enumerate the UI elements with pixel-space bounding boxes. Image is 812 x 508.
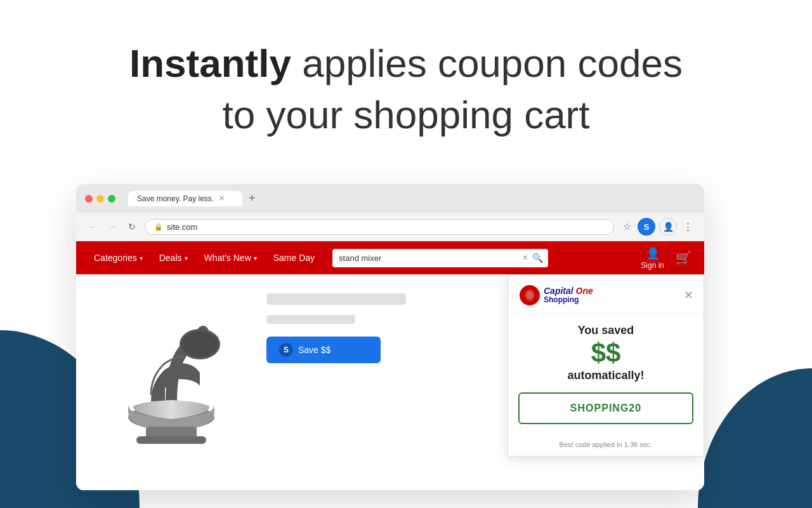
cos-popup-header: Capital One Shopping ✕ (508, 275, 704, 314)
deals-chevron-icon: ▾ (185, 255, 188, 262)
cos-coupon-btn[interactable]: SHOPPING20 (518, 392, 693, 424)
search-bar[interactable]: ✕ 🔍 (332, 249, 548, 267)
product-image-area (89, 287, 254, 465)
nav-same-day[interactable]: Same Day (268, 253, 320, 263)
hero-rest: applies coupon codes (291, 41, 683, 85)
product-subtitle-skeleton (266, 315, 355, 324)
hero-bold: Instantly (129, 41, 291, 85)
nav-categories[interactable]: Categories ▾ (89, 253, 148, 263)
maximize-traffic-light[interactable] (108, 195, 115, 203)
product-details: S Save $$ (266, 287, 406, 363)
sign-in-icon: 👤 (646, 246, 660, 260)
browser-chrome: Save money. Pay less. ✕ + (76, 184, 704, 213)
cos-popup: Capital One Shopping ✕ You saved $$ auto… (508, 274, 704, 457)
user-profile-btn[interactable]: 👤 (659, 218, 677, 236)
hero-headline: Instantly applies coupon codes to your s… (0, 38, 812, 140)
save-dollars-btn[interactable]: S Save $$ (266, 337, 381, 363)
forward-button[interactable]: → (105, 220, 119, 233)
address-bar: ← → ↻ 🔒 site.com ☆ S 👤 ⋮ (76, 213, 704, 241)
back-button[interactable]: ← (85, 220, 99, 233)
hero-line2: to your shopping cart (222, 93, 589, 137)
url-bar[interactable]: 🔒 site.com (145, 219, 614, 235)
save-s-icon: S (279, 343, 293, 357)
nav-categories-label: Categories (94, 253, 137, 263)
nav-same-day-label: Same Day (273, 253, 315, 263)
cart-btn[interactable]: 🛒 (676, 250, 691, 265)
cos-logo-shopping: Shopping (544, 296, 593, 304)
svg-rect-2 (136, 436, 206, 444)
nav-deals[interactable]: Deals ▾ (154, 253, 193, 263)
svg-point-4 (182, 331, 218, 357)
sign-in-label: Sign in (641, 261, 664, 270)
store-content: S Save $$ Capital One Shopping (76, 274, 704, 490)
extension-s-btn[interactable]: S (638, 218, 655, 236)
bg-shape-right (685, 349, 812, 508)
bookmark-btn[interactable]: ☆ (620, 220, 634, 234)
refresh-button[interactable]: ↻ (126, 220, 138, 233)
save-btn-label: Save $$ (298, 345, 331, 355)
hero-section: Instantly applies coupon codes to your s… (0, 0, 812, 166)
search-clear-icon[interactable]: ✕ (522, 253, 528, 262)
stand-mixer-image (102, 293, 241, 458)
store-nav: Categories ▾ Deals ▾ What's New ▾ Same D… (76, 241, 704, 274)
cos-popup-body: You saved $$ automatically! SHOPPING20 (508, 314, 704, 441)
search-input[interactable] (337, 249, 518, 267)
tab-close-btn[interactable]: ✕ (219, 194, 225, 203)
close-traffic-light[interactable] (85, 195, 93, 203)
nav-deals-label: Deals (159, 253, 182, 263)
whats-new-chevron-icon: ▾ (254, 255, 257, 262)
active-tab[interactable]: Save money. Pay less. ✕ (128, 191, 242, 206)
tab-title: Save money. Pay less. (137, 194, 214, 203)
nav-whats-new-label: What's New (204, 253, 251, 263)
url-text: site.com (167, 222, 197, 232)
cos-saved-amount: $$ (518, 340, 693, 366)
nav-whats-new[interactable]: What's New ▾ (199, 253, 262, 263)
traffic-lights (85, 195, 115, 203)
browser-mockup: Save money. Pay less. ✕ + ← → ↻ 🔒 site.c… (76, 184, 704, 490)
cos-close-btn[interactable]: ✕ (684, 288, 693, 302)
categories-chevron-icon: ▾ (140, 255, 143, 262)
lock-icon: 🔒 (154, 223, 163, 231)
new-tab-btn[interactable]: + (245, 190, 259, 206)
capital-one-logo-icon (518, 284, 541, 307)
sign-in-btn[interactable]: 👤 Sign in (641, 246, 664, 270)
cos-logo-capital: Capital One (544, 286, 593, 296)
tab-bar: Save money. Pay less. ✕ + (128, 190, 695, 206)
product-title-skeleton (266, 293, 406, 305)
cos-logo: Capital One Shopping (518, 284, 593, 307)
search-magnify-icon[interactable]: 🔍 (532, 253, 543, 263)
cos-popup-footer: Best code applied in 1.36 sec. (508, 441, 704, 456)
browser-actions: ☆ S 👤 ⋮ (620, 218, 695, 236)
cos-automatically-label: automatically! (518, 369, 693, 382)
cos-you-saved-label: You saved (518, 324, 693, 337)
minimize-traffic-light[interactable] (96, 195, 104, 203)
menu-btn[interactable]: ⋮ (681, 220, 695, 234)
